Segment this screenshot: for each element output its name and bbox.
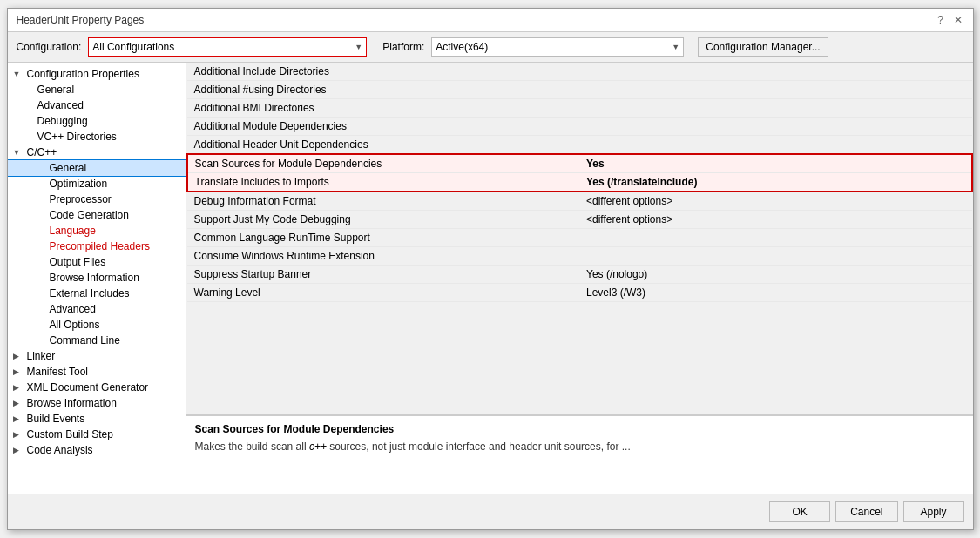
tree-item-config-props[interactable]: ▼Configuration Properties — [8, 66, 186, 82]
title-bar-controls: ? ✕ — [935, 14, 964, 26]
properties-grid: Additional Include DirectoriesAdditional… — [186, 63, 973, 415]
property-name: Common Language RunTime Support — [187, 229, 580, 247]
config-combo[interactable]: All Configurations ▼ — [88, 37, 367, 57]
tree-item-debugging[interactable]: Debugging — [8, 113, 186, 129]
tree-item-label: Advanced — [50, 303, 96, 315]
property-pages-dialog: HeaderUnit Property Pages ? ✕ Configurat… — [7, 8, 974, 530]
tree-expand-icon: ▶ — [13, 367, 25, 376]
tree-item-label: Preprocessor — [50, 193, 112, 205]
tree-item-command-line[interactable]: Command Line — [8, 333, 186, 348]
table-row[interactable]: Suppress Startup BannerYes (/nologo) — [187, 266, 972, 284]
right-panel: Additional Include DirectoriesAdditional… — [186, 63, 973, 494]
property-value — [579, 81, 972, 99]
table-row[interactable]: Additional BMI Directories — [187, 99, 972, 118]
tree-item-output-files[interactable]: Output Files — [8, 254, 186, 270]
tree-item-all-options[interactable]: All Options — [8, 317, 186, 333]
tree-item-vcpp-dirs[interactable]: VC++ Directories — [8, 129, 186, 145]
tree-item-label: All Options — [50, 319, 100, 331]
table-row[interactable]: Additional #using Directories — [187, 81, 972, 99]
tree-expand-icon: ▶ — [13, 352, 25, 360]
tree-item-general[interactable]: General — [8, 82, 186, 98]
tree-item-label: Code Analysis — [27, 444, 93, 456]
tree-item-browse-info2[interactable]: ▶Browse Information — [8, 395, 186, 411]
tree-item-label: Linker — [27, 350, 56, 362]
table-row[interactable]: Warning LevelLevel3 (/W3) — [187, 284, 972, 302]
tree-expand-icon: ▶ — [13, 383, 25, 392]
property-value: Level3 (/W3) — [579, 284, 972, 302]
tree-item-optimization[interactable]: Optimization — [8, 176, 186, 192]
tree-item-label: C/C++ — [27, 146, 57, 158]
tree-item-label: Build Events — [27, 413, 85, 425]
tree-expand-icon: ▶ — [13, 414, 25, 423]
property-name: Additional Module Dependencies — [187, 118, 580, 136]
tree-item-label: Output Files — [50, 256, 106, 268]
table-row[interactable]: Translate Includes to ImportsYes (/trans… — [187, 173, 972, 192]
config-combo-arrow: ▼ — [355, 43, 362, 51]
platform-combo[interactable]: Active(x64) ▼ — [431, 37, 684, 57]
property-value: <different options> — [579, 211, 972, 229]
tree-item-advanced[interactable]: Advanced — [8, 98, 186, 113]
apply-button[interactable]: Apply — [903, 501, 964, 522]
close-button[interactable]: ✕ — [952, 14, 964, 26]
tree-item-label: Browse Information — [50, 272, 139, 284]
tree-item-custom-build-step[interactable]: ▶Custom Build Step — [8, 427, 186, 442]
tree-item-label: Configuration Properties — [27, 68, 139, 80]
table-row[interactable]: Consume Windows Runtime Extension — [187, 247, 972, 266]
tree-item-cpp[interactable]: ▼C/C++ — [8, 145, 186, 160]
tree-panel: ▼Configuration PropertiesGeneralAdvanced… — [8, 63, 186, 494]
tree-item-browse-info[interactable]: Browse Information — [8, 270, 186, 286]
tree-item-build-events[interactable]: ▶Build Events — [8, 411, 186, 427]
tree-item-cpp-general[interactable]: General — [8, 160, 186, 176]
tree-item-label: XML Document Generator — [27, 381, 149, 393]
tree-item-manifest-tool[interactable]: ▶Manifest Tool — [8, 364, 186, 380]
tree-item-label: Code Generation — [50, 209, 129, 221]
property-name: Warning Level — [187, 284, 580, 302]
tree-item-precompiled-headers[interactable]: Precompiled Headers — [8, 239, 186, 254]
tree-item-label: Optimization — [50, 178, 108, 190]
help-button[interactable]: ? — [935, 14, 947, 26]
tree-item-label: VC++ Directories — [37, 131, 117, 143]
tree-item-label: Language — [50, 225, 96, 237]
tree-item-external-includes[interactable]: External Includes — [8, 286, 186, 301]
table-row[interactable]: Common Language RunTime Support — [187, 229, 972, 247]
tree-item-linker[interactable]: ▶Linker — [8, 348, 186, 364]
tree-item-label: Precompiled Headers — [50, 240, 150, 252]
property-name: Translate Includes to Imports — [187, 173, 580, 192]
config-manager-button[interactable]: Configuration Manager... — [698, 37, 828, 57]
table-row[interactable]: Additional Header Unit Dependencies — [187, 136, 972, 155]
table-row[interactable]: Additional Module Dependencies — [187, 118, 972, 136]
dialog-title: HeaderUnit Property Pages — [17, 14, 145, 26]
tree-item-preprocessor[interactable]: Preprocessor — [8, 192, 186, 207]
table-row[interactable]: Additional Include Directories — [187, 63, 972, 81]
property-name: Additional Header Unit Dependencies — [187, 136, 580, 155]
tree-item-code-analysis[interactable]: ▶Code Analysis — [8, 442, 186, 458]
table-row[interactable]: Support Just My Code Debugging<different… — [187, 211, 972, 229]
table-row[interactable]: Scan Sources for Module DependenciesYes — [187, 154, 972, 173]
platform-label: Platform: — [382, 41, 424, 53]
table-row[interactable]: Debug Information Format<different optio… — [187, 192, 972, 211]
tree-item-label: General — [50, 162, 87, 174]
tree-item-language[interactable]: Language — [8, 223, 186, 239]
platform-combo-arrow: ▼ — [672, 43, 679, 51]
ok-button[interactable]: OK — [769, 501, 830, 522]
property-value: Yes (/nologo) — [579, 266, 972, 284]
tree-item-advanced2[interactable]: Advanced — [8, 301, 186, 317]
title-bar: HeaderUnit Property Pages ? ✕ — [8, 9, 973, 32]
property-value — [579, 118, 972, 136]
tree-item-label: Command Line — [50, 334, 120, 346]
tree-item-code-generation[interactable]: Code Generation — [8, 207, 186, 223]
tree-item-label: Advanced — [37, 99, 84, 111]
tree-expand-icon: ▶ — [13, 399, 25, 407]
property-name: Additional #using Directories — [187, 81, 580, 99]
properties-table: Additional Include DirectoriesAdditional… — [186, 63, 973, 302]
description-text: Makes the build scan all c++ sources, no… — [195, 439, 964, 454]
tree-item-label: General — [37, 84, 75, 96]
config-bar: Configuration: All Configurations ▼ Plat… — [8, 32, 973, 63]
property-value — [579, 247, 972, 266]
bottom-bar: OK Cancel Apply — [8, 494, 973, 529]
description-panel: Scan Sources for Module Dependencies Mak… — [186, 415, 973, 494]
tree-expand-icon: ▼ — [13, 148, 25, 157]
tree-item-label: Manifest Tool — [27, 366, 88, 378]
tree-item-xml-doc-gen[interactable]: ▶XML Document Generator — [8, 380, 186, 395]
cancel-button[interactable]: Cancel — [835, 501, 897, 522]
